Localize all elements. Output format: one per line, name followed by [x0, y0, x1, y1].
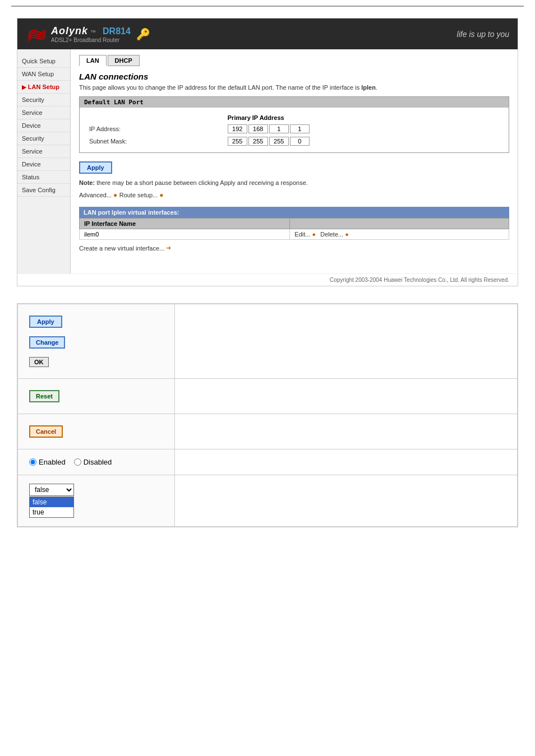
- brand-name: Aolynk: [51, 25, 88, 37]
- default-lan-port-section: Default LAN Port Primary IP Address IP A…: [79, 96, 509, 153]
- router-body: Quick Setup WAN Setup ▶ LAN Setup Securi…: [17, 49, 518, 273]
- apply-button[interactable]: Apply: [79, 161, 112, 174]
- showcase-cell-empty-3: [175, 414, 518, 449]
- trademark: ™: [90, 29, 96, 35]
- router-footer: Copyright 2003-2004 Huawei Technologies …: [17, 273, 518, 286]
- sidebar-item-wansetup[interactable]: WAN Setup: [17, 68, 70, 81]
- route-setup-arrow-icon: ●: [159, 191, 163, 199]
- showcase-cell-buttons-primary: Apply Change OK: [18, 304, 175, 379]
- showcase-apply-button[interactable]: Apply: [29, 316, 62, 328]
- table-col-actions: [290, 219, 509, 229]
- ip-address-inputs: [228, 124, 499, 133]
- showcase-cell-dropdown: false true false true: [18, 475, 175, 527]
- lan-virtual-interfaces-header: LAN port lplen virtual interfaces:: [79, 207, 509, 218]
- edit-icon: ●: [312, 231, 316, 238]
- showcase-cell-cancel: Cancel: [18, 414, 175, 449]
- tab-bar: LAN DHCP: [79, 55, 509, 66]
- ip-octet-4[interactable]: [290, 124, 310, 133]
- showcase-cell-empty-1: [175, 304, 518, 379]
- sidebar-item-security2[interactable]: Security: [17, 132, 70, 145]
- subnet-mask-label: Subnet Mask:: [86, 136, 224, 147]
- sidebar-item-status[interactable]: Status: [17, 171, 70, 184]
- dropdown-option-false[interactable]: false: [30, 497, 73, 507]
- sidebar: Quick Setup WAN Setup ▶ LAN Setup Securi…: [17, 49, 71, 273]
- enabled-radio-label[interactable]: Enabled: [29, 458, 66, 466]
- showcase-row-radio: Enabled Disabled: [18, 449, 518, 475]
- dropdown-container: false true false true: [29, 484, 163, 518]
- create-virtual-interface-link[interactable]: Create a new virtual interface... ➔: [79, 244, 171, 252]
- subnet-octet-1[interactable]: [228, 137, 247, 146]
- sidebar-item-saveconfig[interactable]: Save Config: [17, 184, 70, 197]
- router-ui-container: Aolynk ™ DR814 ADSL2+ Broadband Router 🔑…: [17, 18, 518, 286]
- advanced-link[interactable]: Advanced... ●: [79, 191, 117, 199]
- showcase-ok-button[interactable]: OK: [29, 357, 49, 367]
- sidebar-item-security1[interactable]: Security: [17, 94, 70, 106]
- disabled-radio-label[interactable]: Disabled: [74, 458, 112, 466]
- page-title: LAN connections: [79, 72, 509, 81]
- showcase-cell-empty-5: [175, 475, 518, 527]
- dropdown-option-true[interactable]: true: [30, 507, 73, 517]
- tab-dhcp[interactable]: DHCP: [108, 55, 140, 66]
- disabled-label: Disabled: [84, 458, 112, 466]
- showcase-cell-empty-2: [175, 379, 518, 414]
- section-body: Primary IP Address IP Address:: [80, 108, 509, 152]
- sidebar-item-device2[interactable]: Device: [17, 158, 70, 171]
- sidebar-item-service1[interactable]: Service: [17, 106, 70, 119]
- enabled-radio[interactable]: [29, 458, 36, 466]
- ip-octet-1[interactable]: [228, 124, 247, 133]
- slogan: life is up to you: [457, 30, 509, 39]
- delete-icon: ●: [345, 231, 349, 238]
- showcase-cancel-button[interactable]: Cancel: [29, 425, 63, 438]
- edit-link[interactable]: Edit...: [294, 231, 310, 238]
- interface-actions-cell: Edit... ● Delete... ●: [290, 229, 509, 240]
- showcase-reset-button[interactable]: Reset: [29, 390, 59, 402]
- router-header: Aolynk ™ DR814 ADSL2+ Broadband Router 🔑…: [17, 18, 518, 49]
- sidebar-item-lansetup[interactable]: ▶ LAN Setup: [17, 81, 70, 94]
- showcase-row-cancel: Cancel: [18, 414, 518, 449]
- enabled-label: Enabled: [39, 458, 66, 466]
- ip-octet-2[interactable]: [248, 124, 268, 133]
- copyright-text: Copyright 2003-2004 Huawei Technologies …: [330, 277, 509, 283]
- component-showcase: Apply Change OK Reset Cancel: [17, 303, 518, 527]
- primary-ip-header: Primary IP Address: [225, 113, 502, 122]
- showcase-cell-radio: Enabled Disabled: [18, 449, 175, 475]
- note-text: Note: there may be a short pause between…: [79, 179, 509, 186]
- ip-form-table: Primary IP Address IP Address:: [85, 112, 503, 148]
- subnet-mask-inputs: [228, 137, 499, 146]
- ip-address-label: IP Address:: [86, 123, 224, 134]
- tab-lan[interactable]: LAN: [79, 55, 107, 66]
- showcase-row-reset: Reset: [18, 379, 518, 414]
- create-link-label: Create a new virtual interface...: [79, 245, 164, 252]
- main-content: LAN DHCP LAN connections This page allow…: [71, 49, 518, 273]
- table-col-header: IP Interface Name: [80, 219, 290, 229]
- showcase-row-buttons-primary: Apply Change OK: [18, 304, 518, 379]
- create-link-arrow-icon: ➔: [166, 244, 171, 252]
- ip-octet-3[interactable]: [269, 124, 289, 133]
- interface-name-cell: ilem0: [80, 229, 290, 240]
- logo-waves-icon: [26, 23, 48, 45]
- section-header: Default LAN Port: [80, 97, 509, 108]
- sidebar-item-quicksetup[interactable]: Quick Setup: [17, 55, 70, 68]
- false-true-select[interactable]: false true: [29, 484, 74, 496]
- showcase-change-button[interactable]: Change: [29, 336, 65, 349]
- sidebar-item-device1[interactable]: Device: [17, 119, 70, 132]
- route-setup-label: Route setup...: [119, 192, 158, 198]
- advanced-label: Advanced...: [79, 192, 112, 198]
- subnet-octet-3[interactable]: [269, 137, 289, 146]
- showcase-cell-empty-4: [175, 449, 518, 475]
- route-setup-link[interactable]: Route setup... ●: [119, 191, 164, 199]
- router-logo: Aolynk ™ DR814 ADSL2+ Broadband Router: [26, 23, 131, 45]
- primary-button-group: Apply Change OK: [29, 313, 163, 370]
- sidebar-item-service2[interactable]: Service: [17, 145, 70, 158]
- showcase-cell-reset: Reset: [18, 379, 175, 414]
- enabled-disabled-radio-group: Enabled Disabled: [29, 458, 163, 466]
- subnet-octet-2[interactable]: [248, 137, 268, 146]
- disabled-radio[interactable]: [74, 458, 81, 466]
- key-icon: 🔑: [136, 27, 150, 41]
- lan-interfaces-table: IP Interface Name ilem0 Edit... ● Delete…: [79, 218, 509, 240]
- table-row: ilem0 Edit... ● Delete... ●: [80, 229, 509, 240]
- subnet-octet-4[interactable]: [290, 137, 310, 146]
- delete-link[interactable]: Delete...: [320, 231, 343, 238]
- advanced-arrow-icon: ●: [113, 191, 117, 199]
- subtitle: ADSL2+ Broadband Router: [51, 37, 131, 43]
